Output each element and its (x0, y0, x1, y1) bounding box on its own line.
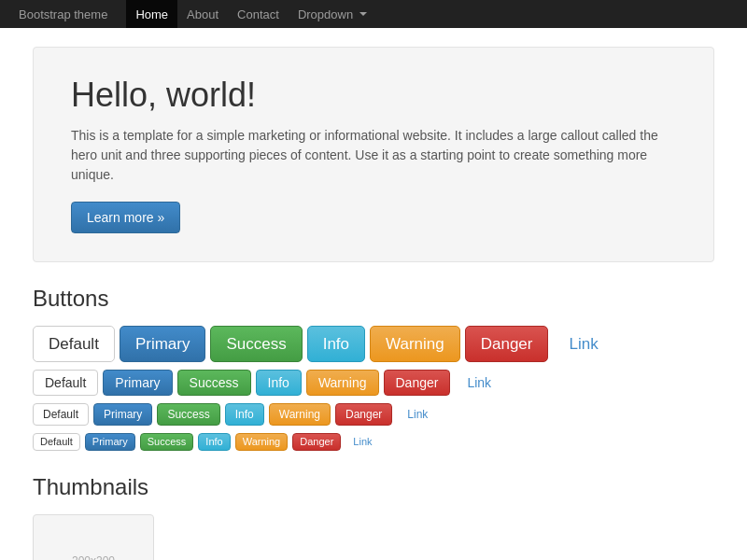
btn-primary-xs[interactable]: Primary (85, 433, 135, 451)
btn-success-lg[interactable]: Success (210, 326, 302, 362)
btn-danger-md[interactable]: Danger (384, 370, 451, 396)
nav-item-contact[interactable]: Contact (228, 0, 289, 28)
btn-primary-md[interactable]: Primary (103, 370, 172, 396)
buttons-section: Buttons Default Primary Success Info War… (33, 286, 714, 451)
btn-success-sm[interactable]: Success (157, 403, 219, 426)
btn-info-md[interactable]: Info (256, 370, 302, 396)
main-container: Hello, world! This is a template for a s… (19, 28, 728, 560)
btn-link-lg[interactable]: Link (553, 326, 613, 362)
button-row-sm: Default Primary Success Info Warning Dan… (33, 403, 714, 426)
buttons-title: Buttons (33, 286, 714, 312)
nav-item-about[interactable]: About (177, 0, 228, 28)
btn-link-md[interactable]: Link (455, 370, 503, 396)
nav-items: Home About Contact Dropdown (126, 0, 376, 28)
btn-info-xs[interactable]: Info (198, 433, 230, 451)
btn-primary-sm[interactable]: Primary (93, 403, 152, 426)
btn-danger-sm[interactable]: Danger (335, 403, 392, 426)
btn-default-xs[interactable]: Default (33, 433, 80, 451)
thumbnail-label: 200x200 (72, 554, 115, 560)
thumbnail-image: 200x200 (33, 514, 154, 560)
thumbnails-title: Thumbnails (33, 474, 714, 500)
hero-description: This is a template for a simple marketin… (71, 126, 676, 185)
btn-warning-lg[interactable]: Warning (370, 326, 460, 362)
btn-default-lg[interactable]: Default (33, 326, 115, 362)
navbar-brand[interactable]: Bootstrap theme (19, 7, 107, 21)
button-row-xs: Default Primary Success Info Warning Dan… (33, 433, 714, 451)
btn-warning-sm[interactable]: Warning (269, 403, 331, 426)
nav-item-dropdown[interactable]: Dropdown (289, 0, 376, 28)
btn-link-xs[interactable]: Link (345, 433, 379, 451)
nav-item-home[interactable]: Home (126, 0, 177, 28)
btn-link-sm[interactable]: Link (397, 403, 438, 426)
btn-success-md[interactable]: Success (177, 370, 251, 396)
button-row-lg: Default Primary Success Info Warning Dan… (33, 326, 714, 362)
btn-danger-lg[interactable]: Danger (465, 326, 549, 362)
btn-default-sm[interactable]: Default (33, 403, 89, 426)
btn-info-sm[interactable]: Info (225, 403, 264, 426)
btn-warning-md[interactable]: Warning (306, 370, 379, 396)
button-row-md: Default Primary Success Info Warning Dan… (33, 370, 714, 396)
hero-title: Hello, world! (71, 76, 676, 115)
dropdown-caret-icon (359, 12, 367, 16)
btn-default-md[interactable]: Default (33, 370, 98, 396)
navbar: Bootstrap theme Home About Contact Dropd… (0, 0, 747, 28)
btn-primary-lg[interactable]: Primary (120, 326, 206, 362)
btn-success-xs[interactable]: Success (140, 433, 194, 451)
learn-more-button[interactable]: Learn more » (71, 202, 180, 233)
btn-danger-xs[interactable]: Danger (292, 433, 341, 451)
thumbnails-section: Thumbnails 200x200 (33, 474, 714, 560)
btn-warning-xs[interactable]: Warning (235, 433, 289, 451)
btn-info-lg[interactable]: Info (307, 326, 365, 362)
hero-unit: Hello, world! This is a template for a s… (33, 47, 714, 262)
